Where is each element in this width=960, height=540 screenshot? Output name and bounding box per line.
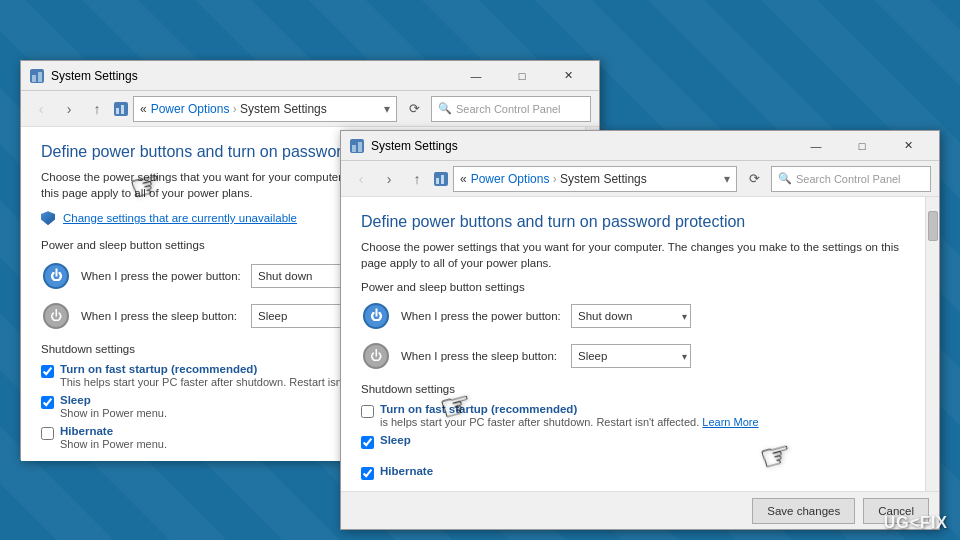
fg-fast-startup-checkbox[interactable] — [361, 405, 374, 418]
fg-sleep-check-row: Sleep er menu. — [361, 434, 911, 459]
bg-up-btn[interactable]: ↑ — [85, 97, 109, 121]
svg-rect-11 — [441, 175, 444, 184]
bg-power-label: When I press the power button: — [81, 270, 241, 282]
fg-breadcrumb-text: « — [460, 172, 467, 186]
fg-search-icon: 🔍 — [778, 172, 792, 185]
fg-hibernate-row: Hibernate ower menu. — [361, 465, 911, 490]
fg-fast-startup-desc: is helps start your PC faster after shut… — [380, 416, 911, 428]
bg-maximize-btn[interactable]: □ — [499, 61, 545, 91]
svg-rect-4 — [116, 108, 119, 114]
bg-sleep-checkbox[interactable] — [41, 396, 54, 409]
bg-change-settings-label: Change settings that are currently unava… — [63, 212, 297, 224]
bg-search-placeholder: Search Control Panel — [456, 103, 561, 115]
fg-bottom-bar: Save changes Cancel — [341, 491, 939, 529]
fg-content-wrapper: Define power buttons and turn on passwor… — [341, 197, 939, 519]
fg-power-row: ⏻ When I press the power button: Shut do… — [361, 301, 911, 331]
fg-sleep-checkbox[interactable] — [361, 436, 374, 449]
bg-hibernate-checkbox[interactable] — [41, 427, 54, 440]
bg-fast-startup-checkbox[interactable] — [41, 365, 54, 378]
fg-page-title: Define power buttons and turn on passwor… — [361, 213, 911, 231]
bg-sleep-icon: ⏻ — [41, 301, 71, 331]
bg-sleep-circle: ⏻ — [43, 303, 69, 329]
fg-power-dropdown-wrapper: Shut down Sleep Do nothing Hibernate — [571, 304, 691, 328]
fg-learn-more-link[interactable]: Learn More — [702, 416, 758, 428]
bg-breadcrumb-path: Power Options › System Settings — [151, 102, 327, 116]
fg-sleep-dropdown[interactable]: Sleep Do nothing Hibernate — [571, 344, 691, 368]
bg-breadcrumb[interactable]: « Power Options › System Settings ▾ — [133, 96, 397, 122]
fg-shutdown-title: Shutdown settings — [361, 383, 911, 395]
fg-sleep-row: ⏻ When I press the sleep button: Sleep D… — [361, 341, 911, 371]
watermark: UG<FIX — [884, 514, 948, 532]
bg-breadcrumb-dropdown: ▾ — [384, 102, 390, 116]
svg-rect-1 — [32, 75, 36, 82]
fg-save-btn[interactable]: Save changes — [752, 498, 855, 524]
fg-up-btn[interactable]: ↑ — [405, 167, 429, 191]
fg-sleep-check-label: Sleep — [380, 434, 911, 446]
fg-fast-startup-content: Turn on fast startup (recommended) is he… — [380, 403, 911, 428]
bg-window-controls: — □ ✕ — [453, 61, 591, 91]
fg-back-btn[interactable]: ‹ — [349, 167, 373, 191]
svg-rect-10 — [436, 178, 439, 184]
svg-rect-5 — [121, 105, 124, 114]
bg-window-icon — [29, 68, 45, 84]
fg-fast-startup-label: Turn on fast startup (recommended) — [380, 403, 911, 415]
fg-search-bar[interactable]: 🔍 Search Control Panel — [771, 166, 931, 192]
svg-rect-8 — [358, 142, 362, 152]
fg-search-placeholder: Search Control Panel — [796, 173, 901, 185]
fg-power-dropdown[interactable]: Shut down Sleep Do nothing Hibernate — [571, 304, 691, 328]
fg-minimize-btn[interactable]: — — [793, 131, 839, 161]
fg-power-label: When I press the power button: — [401, 310, 561, 322]
fg-window-title: System Settings — [371, 139, 793, 153]
bg-forward-btn[interactable]: › — [57, 97, 81, 121]
bg-address-bar: ‹ › ↑ « Power Options › System Settings … — [21, 91, 599, 127]
fg-breadcrumb[interactable]: « Power Options › System Settings ▾ — [453, 166, 737, 192]
fg-hibernate-content: Hibernate ower menu. — [380, 465, 911, 490]
fg-sleep-circle: ⏻ — [363, 343, 389, 369]
fg-sleep-dropdown-wrapper: Sleep Do nothing Hibernate — [571, 344, 691, 368]
bg-window-title: System Settings — [51, 69, 453, 83]
fg-sleep-check-content: Sleep er menu. — [380, 434, 911, 459]
bg-power-symbol: ⏻ — [50, 269, 62, 283]
bg-refresh-btn[interactable]: ⟳ — [401, 96, 427, 122]
fg-refresh-btn[interactable]: ⟳ — [741, 166, 767, 192]
fg-power-symbol: ⏻ — [370, 309, 382, 323]
fg-hibernate-label: Hibernate — [380, 465, 911, 477]
fg-power-sleep-section: Power and sleep button settings — [361, 281, 911, 293]
bg-search-icon: 🔍 — [438, 102, 452, 115]
bg-sleep-symbol: ⏻ — [50, 309, 62, 323]
bg-title-bar: System Settings — □ ✕ — [21, 61, 599, 91]
bg-minimize-btn[interactable]: — — [453, 61, 499, 91]
fg-power-circle: ⏻ — [363, 303, 389, 329]
fg-content: Define power buttons and turn on passwor… — [341, 197, 939, 519]
fg-address-bar: ‹ › ↑ « Power Options › System Settings … — [341, 161, 939, 197]
fg-close-btn[interactable]: ✕ — [885, 131, 931, 161]
bg-power-circle: ⏻ — [43, 263, 69, 289]
fg-sleep-symbol: ⏻ — [370, 349, 382, 363]
bg-search-bar[interactable]: 🔍 Search Control Panel — [431, 96, 591, 122]
fg-forward-btn[interactable]: › — [377, 167, 401, 191]
fg-power-icon: ⏻ — [361, 301, 391, 331]
fg-title-bar: System Settings — □ ✕ — [341, 131, 939, 161]
bg-breadcrumb-text: « — [140, 102, 147, 116]
bg-close-btn[interactable]: ✕ — [545, 61, 591, 91]
svg-rect-7 — [352, 145, 356, 152]
fg-scrollbar-thumb[interactable] — [928, 211, 938, 241]
fg-window-controls: — □ ✕ — [793, 131, 931, 161]
foreground-window: System Settings — □ ✕ ‹ › ↑ « Power Opti… — [340, 130, 940, 530]
fg-hibernate-checkbox[interactable] — [361, 467, 374, 480]
fg-maximize-btn[interactable]: □ — [839, 131, 885, 161]
fg-sleep-icon: ⏻ — [361, 341, 391, 371]
fg-page-desc: Choose the power settings that you want … — [361, 239, 911, 271]
fg-breadcrumb-dropdown: ▾ — [724, 172, 730, 186]
fg-breadcrumb-path: Power Options › System Settings — [471, 172, 647, 186]
bg-power-icon: ⏻ — [41, 261, 71, 291]
bg-shield-icon — [41, 211, 55, 225]
svg-rect-2 — [38, 72, 42, 82]
fg-window-icon — [349, 138, 365, 154]
fg-sleep-label: When I press the sleep button: — [401, 350, 561, 362]
fg-scrollbar[interactable] — [925, 197, 939, 519]
bg-sleep-label: When I press the sleep button: — [81, 310, 241, 322]
fg-fast-startup-row: Turn on fast startup (recommended) is he… — [361, 403, 911, 428]
bg-back-btn[interactable]: ‹ — [29, 97, 53, 121]
